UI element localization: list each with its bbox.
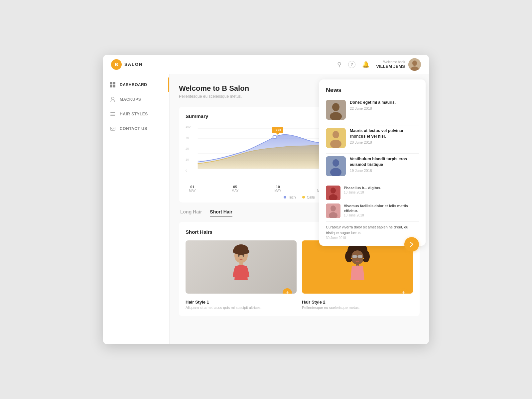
hair-card-2-image: +: [302, 240, 413, 294]
svg-rect-33: [358, 255, 362, 258]
chart-tooltip: 330: [272, 127, 283, 133]
svg-point-39: [332, 103, 339, 111]
news-thumb-3: [326, 156, 346, 176]
svg-rect-32: [352, 255, 357, 258]
svg-point-45: [332, 159, 339, 167]
legend-tech: Tech: [284, 195, 296, 199]
header-actions: ⚲ ? 🔔 Welcome back VILLEM JEMS: [337, 58, 421, 71]
avatar[interactable]: [408, 58, 421, 71]
svg-point-43: [330, 140, 341, 148]
news-headline-2: Mauris ut lectus vel pulvinar rhoncus et…: [350, 128, 419, 139]
svg-rect-5: [110, 85, 112, 87]
news-date-3: 19 June 2018: [350, 169, 419, 173]
svg-rect-6: [113, 85, 115, 87]
content-area: Welcome to B Salon Pellentesque eu scele…: [170, 74, 429, 344]
hair-card-1-desc: Aliquam sit amet lacus quis mi suscipit …: [186, 306, 297, 310]
svg-point-24: [243, 255, 244, 257]
hair-cards: + Hair Style 1 Aliquam sit amet lacus qu…: [186, 240, 413, 310]
hair-card-1-name: Hair Style 1: [186, 300, 297, 305]
news-item-1: Donec eget mi a mauris. 22 June 2018: [326, 100, 419, 120]
news-extra-date-1: 10 June 2018: [344, 191, 381, 194]
sidebar-label-dashboard: DASHBOARD: [120, 82, 147, 87]
news-body-3: Vestibulum blandit turpis eros euismod t…: [350, 156, 419, 173]
sidebar: DASHBOARD MACKUPS HAIR STYLES CONTACT US: [103, 74, 170, 344]
news-date-2: 20 June 2018: [350, 140, 419, 144]
news-body-1: Donec eget mi a mauris. 22 June 2018: [350, 100, 396, 110]
svg-point-1: [412, 61, 417, 66]
news-extra-2: Vivomus facilisis dolor et felis mattis …: [326, 203, 419, 218]
news-extra-thumb-1: [326, 186, 340, 200]
news-item-2: Mauris ut lectus vel pulvinar rhoncus et…: [326, 128, 419, 148]
hair-card-1: + Hair Style 1 Aliquam sit amet lacus qu…: [186, 240, 297, 310]
contact-icon: [110, 126, 116, 132]
news-extra: Phasellus h... digitus. 10 June 2018 Viv…: [326, 186, 419, 240]
svg-point-42: [332, 131, 339, 138]
search-icon[interactable]: ⚲: [337, 61, 341, 68]
news-panel: News Donec eget mi a mauris. 22 June 201…: [319, 79, 426, 246]
tab-short-hair[interactable]: Short Hair: [210, 209, 232, 216]
header: B SALON ⚲ ? 🔔 Welcome back VILLEM JEMS: [103, 55, 429, 74]
hair-card-2: + Hair Style 2 Pellentesque eu scelerisq…: [302, 240, 413, 310]
dashboard-icon: [110, 82, 116, 88]
news-divider-extra: [326, 221, 419, 222]
svg-point-37: [363, 258, 364, 259]
news-extra-1: Phasellus h... digitus. 10 June 2018: [326, 186, 419, 200]
help-icon[interactable]: ?: [348, 61, 355, 68]
user-greeting: Welcome back VILLEM JEMS: [376, 60, 405, 69]
svg-point-21: [233, 248, 239, 254]
notification-icon[interactable]: 🔔: [362, 61, 369, 68]
sidebar-label-mackups: MACKUPS: [120, 97, 141, 102]
hairstyles-icon: [110, 111, 116, 117]
sidebar-label-hairstyles: HAIR STYLES: [120, 112, 148, 116]
user-area: Welcome back VILLEM JEMS: [376, 58, 421, 71]
news-divider-1: [326, 125, 419, 125]
news-headline-1: Donec eget mi a mauris.: [350, 100, 396, 105]
svg-rect-9: [110, 114, 115, 114]
svg-point-51: [331, 205, 336, 211]
svg-point-36: [351, 258, 352, 259]
news-thumb-2: [326, 128, 346, 148]
news-extra-thumb-2: [326, 203, 340, 218]
news-bottom-date: 30 June 2018: [326, 236, 419, 240]
mackups-icon: [110, 96, 116, 102]
hair-card-2-desc: Pellentesque eu scelerisque metus.: [302, 306, 413, 310]
svg-point-17: [273, 135, 277, 139]
news-extra-date-2: 10 June 2018: [344, 213, 419, 217]
svg-point-7: [111, 97, 114, 100]
news-title: News: [326, 87, 419, 94]
svg-point-46: [330, 168, 341, 176]
logo-icon: B: [111, 59, 122, 70]
main-layout: DASHBOARD MACKUPS HAIR STYLES CONTACT US: [103, 74, 429, 344]
chart-yaxis: 100 75 25 10 0: [186, 124, 191, 174]
user-name: VILLEM JEMS: [376, 64, 405, 69]
tab-long-hair[interactable]: Long Hair: [180, 209, 202, 216]
sidebar-item-hairstyles[interactable]: HAIR STYLES: [103, 107, 169, 121]
news-thumb-1: [326, 100, 346, 120]
news-bottom-text: Curabitur viverra dolor sit amet sapien …: [326, 224, 419, 235]
logo-text: SALON: [124, 62, 143, 67]
svg-rect-8: [110, 112, 115, 113]
news-extra-headline-2: Vivomus facilisis dolor et felis mattis …: [344, 203, 419, 213]
svg-rect-4: [113, 82, 115, 84]
hair-section-title: Short Hairs: [186, 229, 212, 235]
app-window: B SALON ⚲ ? 🔔 Welcome back VILLEM JEMS: [103, 55, 429, 344]
svg-point-23: [238, 255, 240, 257]
news-extra-headline-1: Phasellus h... digitus.: [344, 186, 381, 191]
news-body-2: Mauris ut lectus vel pulvinar rhoncus et…: [350, 128, 419, 144]
news-item-3: Vestibulum blandit turpis eros euismod t…: [326, 156, 419, 176]
sidebar-item-contact[interactable]: CONTACT US: [103, 121, 169, 136]
svg-rect-3: [110, 82, 112, 84]
news-date-1: 22 June 2018: [350, 106, 396, 110]
hair-card-1-image: +: [186, 240, 297, 294]
svg-rect-10: [110, 115, 115, 116]
news-divider-2: [326, 153, 419, 154]
sidebar-item-mackups[interactable]: MACKUPS: [103, 92, 169, 107]
welcome-text: Welcome back: [376, 60, 405, 64]
news-headline-3: Vestibulum blandit turpis eros euismod t…: [350, 156, 419, 168]
sidebar-item-dashboard[interactable]: DASHBOARD: [103, 77, 169, 92]
svg-point-48: [331, 188, 336, 194]
hair-card-2-name: Hair Style 2: [302, 300, 413, 305]
svg-point-22: [244, 250, 249, 254]
sidebar-label-contact: CONTACT US: [120, 126, 147, 131]
news-next-button[interactable]: [404, 237, 419, 252]
